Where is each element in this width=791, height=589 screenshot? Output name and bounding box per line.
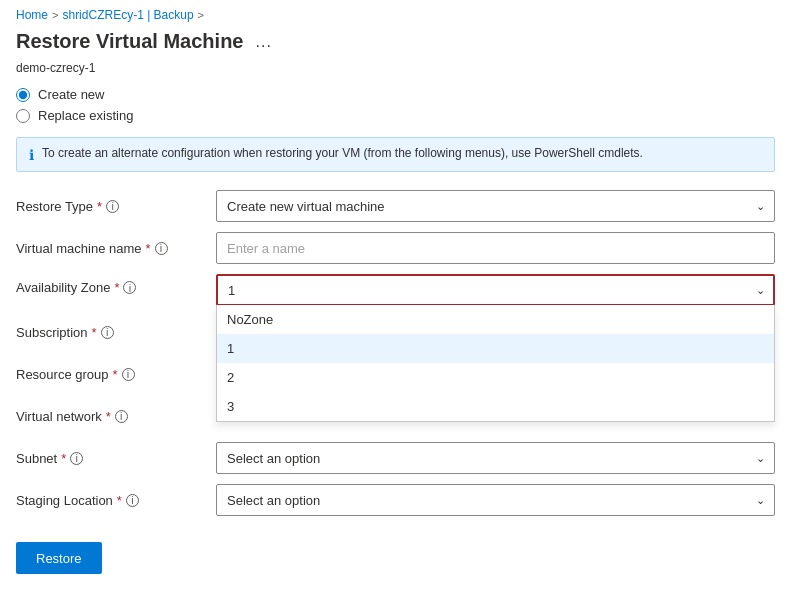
- replace-existing-option[interactable]: Replace existing: [16, 108, 775, 123]
- subscription-info-icon[interactable]: i: [101, 326, 114, 339]
- availability-select-box[interactable]: 1 ⌄: [216, 274, 775, 306]
- radio-group: Create new Replace existing: [0, 83, 791, 127]
- form-area: Restore Type * i Create new virtual mach…: [0, 182, 791, 534]
- availability-dropdown-open: NoZone 1 2 3: [216, 305, 775, 422]
- availability-info-icon[interactable]: i: [123, 281, 136, 294]
- create-new-radio[interactable]: [16, 88, 30, 102]
- restore-button[interactable]: Restore: [16, 542, 102, 574]
- create-new-option[interactable]: Create new: [16, 87, 775, 102]
- availability-option-2[interactable]: 2: [217, 363, 774, 392]
- restore-type-control: Create new virtual machine ⌄: [216, 190, 775, 222]
- subnet-label: Subnet * i: [16, 451, 216, 466]
- breadcrumb-home[interactable]: Home: [16, 8, 48, 22]
- vm-name-info-icon[interactable]: i: [155, 242, 168, 255]
- info-icon: ℹ: [29, 147, 34, 163]
- vm-name-required: *: [146, 241, 151, 256]
- availability-zone-control: 1 ⌄ NoZone 1 2 3: [216, 274, 775, 306]
- virtual-network-required: *: [106, 409, 111, 424]
- ellipsis-button[interactable]: ...: [251, 31, 275, 53]
- subscription-required: *: [92, 325, 97, 340]
- virtual-network-info-icon[interactable]: i: [115, 410, 128, 423]
- staging-location-row: Staging Location * i Select an option ⌄: [16, 484, 775, 516]
- vm-name-label: Virtual machine name * i: [16, 241, 216, 256]
- subnet-dropdown-wrapper: Select an option ⌄: [216, 442, 775, 474]
- subscription-label: Subscription * i: [16, 325, 216, 340]
- resource-group-label: Resource group * i: [16, 367, 216, 382]
- breadcrumb-backup-item[interactable]: shridCZREcy-1 | Backup: [62, 8, 193, 22]
- staging-info-icon[interactable]: i: [126, 494, 139, 507]
- resource-group-info-icon[interactable]: i: [122, 368, 135, 381]
- availability-option-3[interactable]: 3: [217, 392, 774, 421]
- availability-zone-row: Availability Zone * i 1 ⌄ NoZone 1 2 3: [16, 274, 775, 306]
- availability-option-nozone[interactable]: NoZone: [217, 305, 774, 334]
- info-banner-text: To create an alternate configuration whe…: [42, 146, 643, 160]
- vm-name-row: Virtual machine name * i: [16, 232, 775, 264]
- subnet-row: Subnet * i Select an option ⌄: [16, 442, 775, 474]
- breadcrumb: Home > shridCZREcy-1 | Backup >: [0, 0, 791, 26]
- staging-location-control: Select an option ⌄: [216, 484, 775, 516]
- availability-option-1[interactable]: 1: [217, 334, 774, 363]
- restore-type-label: Restore Type * i: [16, 199, 216, 214]
- breadcrumb-sep1: >: [52, 9, 58, 21]
- staging-location-label: Staging Location * i: [16, 493, 216, 508]
- staging-required: *: [117, 493, 122, 508]
- restore-type-dropdown[interactable]: Create new virtual machine: [216, 190, 775, 222]
- vm-name-input[interactable]: [216, 232, 775, 264]
- availability-chevron-icon: ⌄: [756, 284, 765, 297]
- page-title: Restore Virtual Machine: [16, 30, 243, 53]
- availability-zone-label: Availability Zone * i: [16, 274, 216, 295]
- restore-type-info-icon[interactable]: i: [106, 200, 119, 213]
- availability-required: *: [114, 280, 119, 295]
- page-header: Restore Virtual Machine ...: [0, 26, 791, 61]
- restore-type-row: Restore Type * i Create new virtual mach…: [16, 190, 775, 222]
- subnet-control: Select an option ⌄: [216, 442, 775, 474]
- subnet-dropdown[interactable]: Select an option: [216, 442, 775, 474]
- sub-label: demo-czrecy-1: [0, 61, 791, 83]
- staging-location-dropdown[interactable]: Select an option: [216, 484, 775, 516]
- subnet-required: *: [61, 451, 66, 466]
- replace-existing-label: Replace existing: [38, 108, 133, 123]
- vm-name-control: [216, 232, 775, 264]
- required-indicator: *: [97, 199, 102, 214]
- restore-type-dropdown-wrapper: Create new virtual machine ⌄: [216, 190, 775, 222]
- info-banner: ℹ To create an alternate configuration w…: [16, 137, 775, 172]
- availability-dropdown-wrapper: 1 ⌄ NoZone 1 2 3: [216, 274, 775, 306]
- availability-selected-value: 1: [228, 283, 235, 298]
- replace-existing-radio[interactable]: [16, 109, 30, 123]
- create-new-label: Create new: [38, 87, 104, 102]
- breadcrumb-sep2: >: [198, 9, 204, 21]
- resource-group-required: *: [113, 367, 118, 382]
- virtual-network-label: Virtual network * i: [16, 409, 216, 424]
- subnet-info-icon[interactable]: i: [70, 452, 83, 465]
- staging-dropdown-wrapper: Select an option ⌄: [216, 484, 775, 516]
